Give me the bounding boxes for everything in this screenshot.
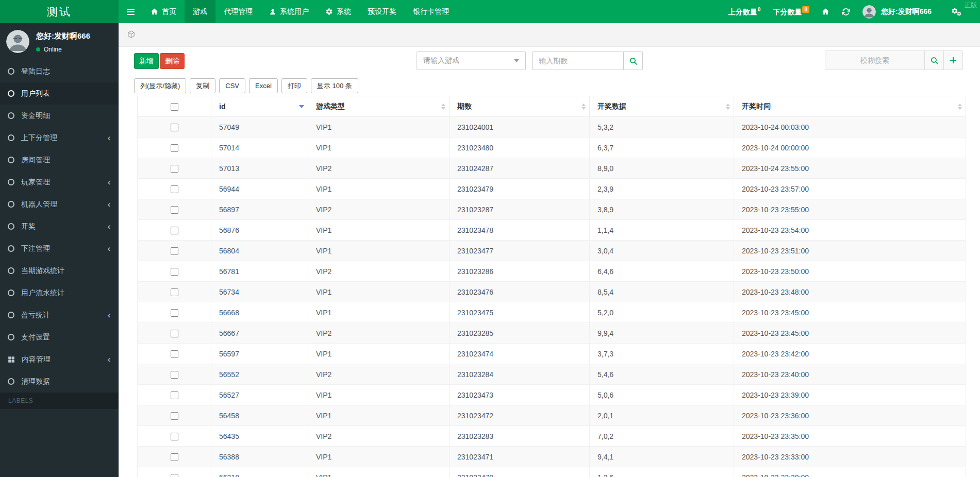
sidebar-item-current-game-stats[interactable]: 当期游戏统计 [0,260,119,282]
add-button[interactable]: 新增 [134,53,159,69]
row-checkbox[interactable] [171,227,178,234]
navbar-avatar[interactable] [862,5,876,19]
sidebar-item-score-management[interactable]: 上下分管理‹ [0,127,119,149]
sidebar-item-content-management[interactable]: 内容管理‹ [0,348,119,370]
cell-id: 57013 [211,158,308,179]
circle-icon [8,179,14,185]
cell-issue: 231023477 [450,241,590,261]
row-checkbox[interactable] [171,144,178,152]
row-checkbox[interactable] [171,350,178,358]
hamburger-menu-icon[interactable] [119,0,142,23]
sidebar-item-lottery-draw[interactable]: 开奖‹ [0,215,119,237]
cell-draw-data: 8,5,4 [590,282,734,302]
game-select[interactable]: 请输入游戏 [417,52,526,70]
sidebar-item-label: 资金明细 [21,111,50,121]
fuzzy-search-input[interactable] [825,51,924,70]
brand[interactable]: 测试 [0,0,119,23]
cell-issue: 231023283 [450,426,590,447]
row-checkbox[interactable] [171,330,178,337]
sidebar-item-label: 用户流水统计 [21,288,64,298]
refresh-icon[interactable] [842,8,850,16]
row-checkbox[interactable] [171,124,178,131]
circle-icon [8,112,14,119]
nav-item-system-users[interactable]: 系统用户 [261,0,317,23]
row-checkbox[interactable] [171,206,178,214]
nav-item-home[interactable]: 首页 [142,0,185,23]
cell-checkbox [138,405,211,426]
column-header-draw-time[interactable]: 开奖时间 [734,96,966,117]
navbar-greeting[interactable]: 您好:发财啊666 [881,7,932,16]
cell-draw-data: 2,3,9 [590,179,734,199]
cell-issue: 231024001 [450,117,590,138]
row-checkbox[interactable] [171,371,178,379]
up-score-button[interactable]: 上分数量0 [728,7,761,17]
row-checkbox[interactable] [171,268,178,276]
nav-item-label: 游戏 [193,7,207,16]
row-checkbox[interactable] [171,185,178,193]
row-checkbox[interactable] [171,309,178,317]
issue-search-button[interactable] [623,52,643,70]
row-checkbox[interactable] [171,433,178,440]
delete-button[interactable]: 删除 [160,53,185,69]
fuzzy-search-button[interactable] [924,51,943,70]
row-checkbox[interactable] [171,391,178,399]
cell-checkbox [138,138,211,158]
row-checkbox[interactable] [171,453,178,461]
table-row: 56435VIP22310232837,0,22023-10-23 23:35:… [138,426,966,447]
sidebar-item-label: 清理数据 [21,377,50,386]
sidebar-item-funds-detail[interactable]: 资金明细 [0,105,119,127]
home-icon[interactable] [822,8,829,15]
cell-checkbox [138,364,211,385]
cell-game-type: VIP1 [308,282,450,302]
cell-draw-time: 2023-10-23 23:51:00 [734,241,966,261]
nav-item-agent-management[interactable]: 代理管理 [215,0,261,23]
cell-game-type: VIP1 [308,344,450,364]
cell-issue: 231023287 [450,199,590,220]
row-checkbox[interactable] [171,288,178,296]
sidebar-item-login-log[interactable]: 登陆日志 [0,60,119,82]
sidebar-item-clean-data[interactable]: 清理数据 [0,370,119,393]
nav-item-preset-draw[interactable]: 预设开奖 [359,0,405,23]
row-checkbox[interactable] [171,247,178,255]
show-100-button[interactable]: 显示 100 条 [311,78,358,93]
row-checkbox[interactable] [171,474,178,477]
sidebar-item-payment-settings[interactable]: 支付设置 [0,326,119,348]
sidebar-item-user-flow-stats[interactable]: 用户流水统计 [0,282,119,304]
csv-button[interactable]: CSV [219,78,245,93]
table-row: 56552VIP22310232845,4,62023-10-23 23:40:… [138,364,966,385]
gears-icon[interactable] [951,7,962,16]
row-checkbox[interactable] [171,412,178,420]
column-header-id[interactable]: id [211,96,308,117]
row-checkbox[interactable] [171,165,178,173]
table-row: 57049VIP12310240015,3,22023-10-24 00:03:… [138,117,966,138]
column-header-game-type[interactable]: 游戏类型 [308,96,450,117]
copy-button[interactable]: 复制 [190,78,215,93]
column-header-issue[interactable]: 期数 [450,96,590,117]
down-score-badge: 0 [802,6,809,13]
fuzzy-add-button[interactable] [943,51,962,70]
nav-item-bank-card-management[interactable]: 银行卡管理 [405,0,457,23]
print-button[interactable]: 打印 [281,78,307,93]
cell-draw-data: 3,8,9 [590,199,734,220]
content-header [119,23,980,46]
nav-item-system[interactable]: 系统 [317,0,359,23]
column-header-label: id [219,103,225,111]
nav-item-games[interactable]: 游戏 [185,0,215,23]
sidebar-item-profit-loss-stats[interactable]: 盈亏统计‹ [0,304,119,326]
down-score-button[interactable]: 下分数量0 [773,7,809,17]
chevron-left-icon: ‹ [107,222,111,231]
sidebar-item-user-list[interactable]: 用户列表 [0,82,119,105]
issue-input[interactable] [532,52,624,70]
sidebar-item-robot-management[interactable]: 机器人管理‹ [0,193,119,215]
sidebar-item-label: 登陆日志 [21,67,50,76]
column-header-draw-data[interactable]: 开奖数据 [590,96,734,117]
excel-button[interactable]: Excel [249,78,278,93]
select-all-checkbox[interactable] [171,103,178,111]
columns-toggle-button[interactable]: 列(显示/隐藏) [134,78,186,93]
cell-game-type: VIP2 [308,426,450,447]
cell-issue: 231023471 [450,447,590,467]
sidebar-item-bet-management[interactable]: 下注管理‹ [0,237,119,260]
sidebar-item-player-management[interactable]: 玩家管理‹ [0,171,119,193]
sidebar-item-room-management[interactable]: 房间管理 [0,149,119,171]
table-row: 56318VIP12310234701,2,62023-10-23 23:30:… [138,467,966,477]
